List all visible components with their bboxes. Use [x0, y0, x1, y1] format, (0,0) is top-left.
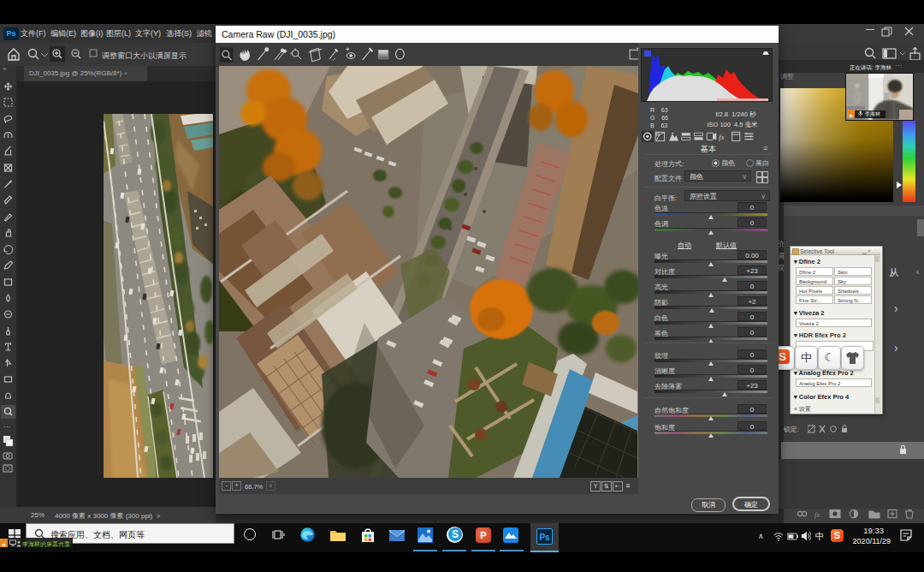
- svg-text:fx: fx: [719, 133, 726, 141]
- svg-text:»: »: [3, 66, 7, 73]
- svg-text:fx: fx: [814, 510, 820, 519]
- svg-text:⋯: ⋯: [3, 423, 10, 431]
